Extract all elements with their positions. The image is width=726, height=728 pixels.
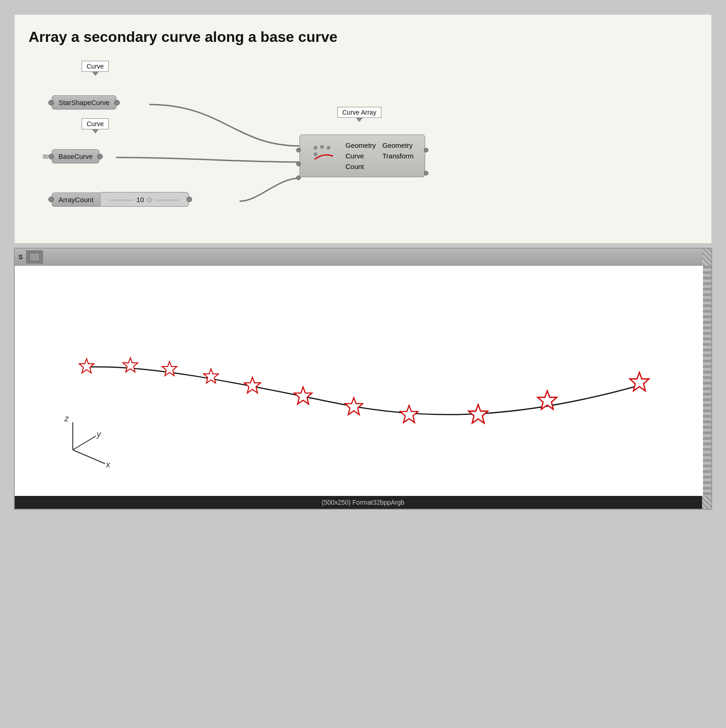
array-count-label: ArrayCount xyxy=(52,192,100,207)
star-shape-curve-node[interactable]: StarShapeCurve xyxy=(52,95,117,110)
svg-text:x: x xyxy=(105,460,111,469)
viewport-scene-svg: z y x xyxy=(15,266,711,496)
svg-marker-13 xyxy=(400,405,418,422)
geometry-output-port xyxy=(424,148,428,152)
svg-line-21 xyxy=(73,450,105,464)
viewport-footer: (500x250) Format32bppArgb xyxy=(15,496,711,509)
canvas-title: Array a secondary curve along a base cur… xyxy=(29,29,697,46)
viewport-label: S xyxy=(18,253,23,261)
svg-marker-12 xyxy=(345,397,363,414)
viewport-icon-svg xyxy=(29,252,40,262)
transform-output-label: Transform xyxy=(382,152,414,160)
viewport-icon[interactable] xyxy=(26,250,43,263)
dashed-right-border xyxy=(703,266,711,496)
svg-point-2 xyxy=(327,146,330,150)
wave-indicator: ≋ xyxy=(42,151,49,162)
count-input-port xyxy=(296,175,301,180)
svg-marker-16 xyxy=(630,373,649,391)
array-count-slider[interactable]: ———— 10 ◇ ———— xyxy=(100,192,189,207)
base-curve-node[interactable]: ≋ BaseCurve xyxy=(52,149,100,163)
geometry-input-label: Geometry xyxy=(345,141,373,149)
svg-marker-10 xyxy=(244,377,260,393)
curve-array-node[interactable]: Geometry Geometry Curve Transform Count xyxy=(299,134,425,177)
wave-left-indicator: ≋ xyxy=(15,375,15,386)
curve-tooltip-2: Curve xyxy=(82,118,109,129)
svg-text:y: y xyxy=(96,430,101,439)
curve-tooltip-1: Curve xyxy=(82,61,109,72)
connections-svg xyxy=(15,15,711,243)
svg-marker-7 xyxy=(123,358,138,372)
grasshopper-canvas[interactable]: Array a secondary curve along a base cur… xyxy=(14,14,712,244)
curve-input-port xyxy=(296,162,301,166)
viewport-panel: S ≋ xyxy=(14,248,712,510)
transform-output-port xyxy=(424,171,428,175)
svg-rect-5 xyxy=(31,254,38,260)
svg-line-19 xyxy=(73,436,96,450)
svg-text:z: z xyxy=(64,414,69,423)
array-count-node[interactable]: ArrayCount ———— 10 ◇ ———— xyxy=(52,192,189,207)
curve-input-label: Curve xyxy=(345,152,373,160)
svg-marker-11 xyxy=(294,387,312,404)
svg-marker-14 xyxy=(468,405,488,423)
svg-point-3 xyxy=(314,152,317,156)
svg-point-1 xyxy=(320,145,324,149)
node-icon xyxy=(311,143,336,169)
svg-marker-9 xyxy=(204,369,218,383)
viewport-canvas[interactable]: ≋ xyxy=(15,266,711,496)
geometry-output-label: Geometry xyxy=(382,141,414,149)
curve-array-tooltip: Curve Array xyxy=(337,107,381,118)
viewport-header: S xyxy=(15,249,711,266)
count-input-label: Count xyxy=(345,163,373,170)
svg-marker-6 xyxy=(79,359,94,373)
geometry-input-port xyxy=(296,148,301,152)
svg-point-0 xyxy=(314,146,317,150)
